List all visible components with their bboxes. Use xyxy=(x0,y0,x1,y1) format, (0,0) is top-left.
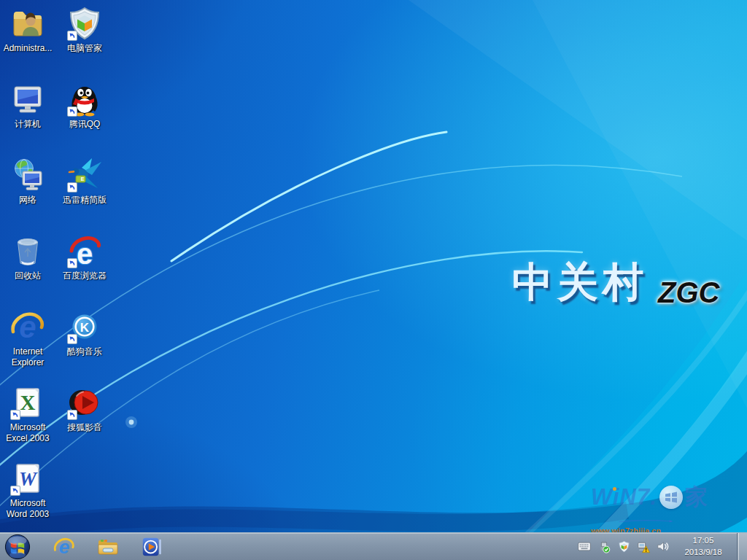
svg-text:K: K xyxy=(80,321,90,335)
shortcut-arrow-icon xyxy=(67,334,77,344)
desktop-icon-pc-manager[interactable]: 电脑管家 xyxy=(57,6,112,54)
win7zhijia-brand: WiN7. xyxy=(591,484,657,510)
icon-label: Microsoft Excel 2003 xyxy=(0,422,55,444)
desktop[interactable]: 中关村 ZGC Administra... 计算机 xyxy=(0,0,747,560)
desktop-icon-thunder-lite[interactable]: E 迅雷精简版 xyxy=(57,158,112,206)
desktop-icon-computer[interactable]: 计算机 xyxy=(0,82,55,130)
taskbar-clock[interactable]: 17:05 2013/9/18 xyxy=(672,534,735,559)
network-icon xyxy=(10,158,45,192)
oem-watermark: 中关村 ZGC xyxy=(512,255,719,311)
taskbar-windows-explorer-button[interactable] xyxy=(96,535,120,559)
recycle-bin-icon xyxy=(10,233,45,268)
icon-label: 计算机 xyxy=(0,119,55,130)
win7zhijia-watermark: WiN7. 家 www.win7zhijia.cn xyxy=(591,482,737,535)
win7zhijia-home-char: 家 xyxy=(685,482,708,513)
taskbar-pinned-icons: e xyxy=(53,533,163,560)
brand-i-dot xyxy=(613,487,616,491)
internet-explorer-icon: e xyxy=(53,536,75,558)
desktop-icon-sohu-video[interactable]: 搜狐影音 xyxy=(57,385,112,433)
icon-label: 百度浏览器 xyxy=(57,271,112,281)
start-button[interactable] xyxy=(4,534,31,560)
svg-text:E: E xyxy=(81,176,85,182)
taskbar-media-player-button[interactable] xyxy=(140,535,163,559)
desktop-icon-excel-2003[interactable]: X Microsoft Excel 2003 xyxy=(0,385,55,444)
desktop-icon-kugou-music[interactable]: K 酷狗音乐 xyxy=(57,309,112,357)
windows-explorer-folder-icon xyxy=(96,535,120,559)
media-player-icon xyxy=(141,536,163,558)
system-tray xyxy=(578,533,670,560)
icon-label: Internet Explorer xyxy=(0,346,55,368)
shortcut-arrow-icon xyxy=(67,182,77,192)
oem-watermark-en: ZGC xyxy=(658,276,719,311)
shortcut-arrow-icon xyxy=(10,410,20,420)
shortcut-arrow-icon xyxy=(67,106,77,117)
user-folder-icon xyxy=(10,6,45,41)
clock-date: 2013/9/18 xyxy=(672,547,735,559)
computer-icon xyxy=(10,82,45,117)
icon-label: 酷狗音乐 xyxy=(57,346,112,357)
svg-text:W: W xyxy=(19,468,38,490)
windows-start-orb-icon xyxy=(4,534,31,560)
show-desktop-button[interactable] xyxy=(737,533,747,560)
desktop-icon-word-2003[interactable]: W Microsoft Word 2003 xyxy=(0,461,55,520)
watermark-swoosh xyxy=(591,520,700,523)
volume-icon[interactable] xyxy=(657,540,670,553)
icon-label: Microsoft Word 2003 xyxy=(0,498,55,520)
icon-label: 电脑管家 xyxy=(57,43,112,54)
internet-explorer-icon: e xyxy=(10,309,45,344)
oem-watermark-cn: 中关村 xyxy=(512,255,648,311)
desktop-icon-baidu-browser[interactable]: e 百度浏览器 xyxy=(57,233,112,281)
desktop-icon-internet-explorer[interactable]: e Internet Explorer xyxy=(0,309,55,368)
keyboard-indicator-icon[interactable] xyxy=(578,540,591,553)
icon-label: 回收站 xyxy=(0,271,55,281)
desktop-icon-administrator[interactable]: Administra... xyxy=(0,6,55,54)
shortcut-arrow-icon xyxy=(67,258,77,268)
icon-label: Administra... xyxy=(0,43,55,54)
clock-time: 17:05 xyxy=(672,534,735,547)
svg-text:X: X xyxy=(20,391,36,414)
shortcut-arrow-icon xyxy=(67,31,77,41)
icon-label: 搜狐影音 xyxy=(57,422,112,433)
icon-label: 网络 xyxy=(0,195,55,206)
desktop-icon-recycle-bin[interactable]: 回收站 xyxy=(0,233,55,281)
icon-label: 腾讯QQ xyxy=(57,119,112,130)
shortcut-arrow-icon xyxy=(10,486,20,496)
network-warning-icon[interactable] xyxy=(637,540,650,553)
desktop-icon-tencent-qq[interactable]: 腾讯QQ xyxy=(57,82,112,130)
windows-flag-circle-icon xyxy=(659,486,683,509)
shortcut-arrow-icon xyxy=(67,410,77,420)
security-shield-icon[interactable] xyxy=(617,540,630,553)
taskbar-internet-explorer-button[interactable]: e xyxy=(53,535,76,559)
icon-label: 迅雷精简版 xyxy=(57,195,112,206)
taskbar: e xyxy=(0,532,747,560)
desktop-icon-network[interactable]: 网络 xyxy=(0,158,55,206)
usb-device-safely-remove-icon[interactable] xyxy=(597,540,611,553)
